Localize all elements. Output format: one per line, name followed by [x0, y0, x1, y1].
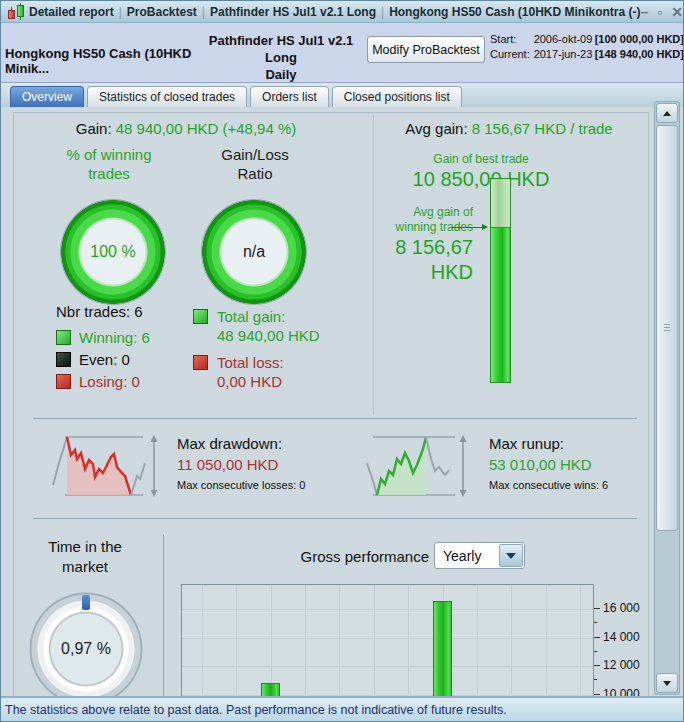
avg-win-caption: Avg gain of winning trades: [383, 205, 473, 235]
gross-performance-label: Gross performance: [241, 548, 429, 565]
horizontal-divider: [33, 518, 637, 519]
max-drawdown-block: Max drawdown: 11 050,00 HKD Max consecut…: [177, 433, 305, 495]
losing-color-swatch: [56, 374, 71, 389]
gridline-vertical: [580, 585, 581, 698]
tab-statistics-of-closed-trades[interactable]: Statistics of closed trades: [87, 86, 247, 107]
tab-closed-positions-list[interactable]: Closed positions list: [332, 86, 462, 107]
max-consecutive-wins: Max consecutive wins: 6: [489, 476, 608, 495]
title-segment: Pathfinder HS Jul1 v2.1 Long: [210, 5, 376, 19]
title-segment: Detailed report: [29, 5, 114, 19]
overview-content: Gain: 48 940,00 HKD (+48,94 %) Avg gain:…: [1, 107, 683, 698]
y-axis-tick-label: 12 000: [603, 658, 640, 672]
total-gain-swatch: [193, 309, 208, 324]
close-button[interactable]: ✕: [671, 5, 683, 19]
maximize-button[interactable]: ▫: [657, 5, 662, 19]
winning-color-swatch: [56, 330, 71, 345]
start-label: Start:: [490, 32, 534, 47]
triangle-down-icon: [663, 681, 671, 686]
pct-winning-heading: % of winning trades: [53, 145, 165, 183]
time-in-market-value: 0,97 %: [29, 592, 143, 698]
gridline-vertical: [236, 585, 237, 698]
gain-loss-ratio-value: n/a: [201, 199, 307, 305]
max-drawdown-value: 11 050,00 HKD: [177, 454, 305, 476]
y-axis-tick: [594, 608, 600, 609]
start-value: [100 000,00 HKD]: [595, 32, 684, 47]
best-trade-bar-lower-segment: [491, 228, 510, 382]
gridline-vertical: [477, 585, 478, 698]
total-gain-row: Total gain:: [193, 306, 320, 326]
detailed-report-window: Detailed report | ProBacktest | Pathfind…: [0, 0, 684, 722]
nbr-trades: Nbr trades: 6: [56, 303, 143, 320]
strategy-name: Pathfinder HS Jul1 v2.1 Long Daily: [199, 32, 363, 83]
account-summary: Start: 2006-okt-09 [100 000,00 HKD] Curr…: [490, 32, 684, 62]
total-loss-swatch: [193, 355, 208, 370]
instrument-name: Hongkong HS50 Cash (10HKD Minik...: [5, 46, 201, 76]
even-color-swatch: [56, 352, 71, 367]
chevron-down-icon: [506, 553, 516, 559]
title-segment: Hongkong HS50 Cash (10HKD Minikontra (-): [389, 5, 640, 19]
modify-probacktest-button[interactable]: Modify ProBacktest: [367, 36, 485, 63]
gridline-vertical: [339, 585, 340, 698]
title-bar[interactable]: Detailed report | ProBacktest | Pathfind…: [1, 1, 683, 23]
gridline-vertical: [271, 585, 272, 698]
minimize-button[interactable]: –: [640, 5, 648, 19]
period-select-arrow-button[interactable]: [499, 544, 523, 567]
current-date: 2017-jun-23: [534, 47, 595, 62]
current-value: [148 940,00 HKD]: [595, 47, 684, 62]
y-axis-tick: [594, 665, 600, 666]
max-runup-value: 53 010,00 HKD: [489, 454, 608, 476]
legend-row-even: Even: 0: [56, 348, 150, 370]
gross-performance-axis: 16 00014 00012 00010 000: [594, 584, 654, 698]
disclaimer-text: The statistics above relate to past data…: [5, 703, 507, 717]
y-axis-tick: [594, 637, 600, 638]
pct-winning-donut: 100 %: [60, 199, 166, 305]
vertical-scrollbar[interactable]: [654, 101, 680, 695]
avg-gain-summary: Avg gain: 8 156,67 HKD / trade: [377, 120, 641, 137]
title-segment: ProBacktest: [127, 5, 197, 19]
report-header: Hongkong HS50 Cash (10HKD Minik... Pathf…: [1, 23, 683, 83]
period-select[interactable]: Yearly: [434, 542, 525, 569]
max-consecutive-losses: Max consecutive losses: 0: [177, 476, 305, 495]
drawdown-sparkline-icon: [51, 429, 163, 503]
scroll-up-button[interactable]: [656, 103, 678, 123]
current-label: Current:: [490, 47, 534, 62]
gridline-vertical: [202, 585, 203, 698]
period-selected-value: Yearly: [435, 548, 499, 564]
gridline-horizontal: [182, 666, 593, 667]
tab-orders-list[interactable]: Orders list: [250, 86, 329, 107]
gridline-vertical: [305, 585, 306, 698]
max-runup-title: Max runup:: [489, 433, 608, 454]
best-trade-bar-upper-segment: [491, 179, 510, 228]
best-trade-value: 10 850,00 HKD: [361, 168, 601, 191]
y-axis-minor-tick: [594, 651, 597, 652]
y-axis-minor-tick: [594, 622, 597, 623]
horizontal-divider: [33, 418, 637, 419]
gridline-vertical: [511, 585, 512, 698]
scroll-down-button[interactable]: [656, 673, 678, 693]
gross-performance-plot: [181, 584, 594, 698]
gain-summary: Gain: 48 940,00 HKD (+48,94 %): [19, 120, 353, 137]
gain-loss-ratio-donut: n/a: [201, 199, 307, 305]
time-in-market-heading: Time in the market: [29, 537, 141, 577]
scrollbar-grip-icon: [664, 324, 670, 332]
y-axis-tick: [594, 694, 600, 695]
totals-block: Total gain: 48 940,00 HKD Total loss: 0,…: [193, 306, 320, 392]
start-date: 2006-okt-09: [534, 32, 595, 47]
gridline-horizontal: [182, 638, 593, 639]
trades-legend: Winning: 6 Even: 0 Losing: 0: [56, 326, 150, 392]
y-axis-minor-tick: [594, 679, 597, 680]
avg-win-value: 8 156,67 HKD: [321, 235, 473, 285]
runup-sparkline-icon: [363, 429, 475, 503]
best-trade-caption: Gain of best trade: [381, 152, 581, 166]
scrollbar-thumb[interactable]: [656, 125, 678, 531]
avg-win-pointer-arrow-icon: [452, 227, 486, 228]
gain-value: 48 940,00 HKD (+48,94 %): [116, 120, 297, 137]
triangle-up-icon: [663, 111, 671, 116]
avg-gain-value: 8 156,67 HKD / trade: [472, 120, 613, 137]
tab-overview[interactable]: Overview: [10, 86, 84, 107]
time-in-market-gauge: 0,97 %: [29, 592, 143, 698]
y-axis-tick-label: 14 000: [603, 630, 640, 644]
pct-winning-value: 100 %: [60, 199, 166, 305]
candlestick-chart-icon: [7, 3, 25, 21]
total-loss-value: 0,00 HKD: [217, 372, 320, 392]
